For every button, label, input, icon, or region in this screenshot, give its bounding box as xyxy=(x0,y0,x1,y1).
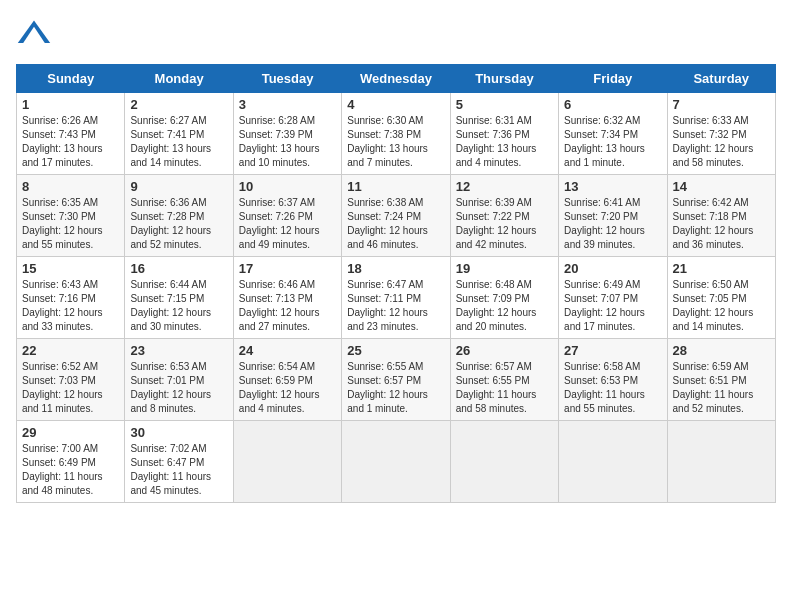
day-number: 14 xyxy=(673,179,770,194)
cell-info: Sunrise: 6:39 AMSunset: 7:22 PMDaylight:… xyxy=(456,197,537,250)
calendar-table: SundayMondayTuesdayWednesdayThursdayFrid… xyxy=(16,64,776,503)
calendar-week-row: 29Sunrise: 7:00 AMSunset: 6:49 PMDayligh… xyxy=(17,421,776,503)
cell-info: Sunrise: 6:55 AMSunset: 6:57 PMDaylight:… xyxy=(347,361,428,414)
calendar-cell xyxy=(233,421,341,503)
cell-info: Sunrise: 6:50 AMSunset: 7:05 PMDaylight:… xyxy=(673,279,754,332)
logo-icon xyxy=(16,16,52,52)
day-number: 17 xyxy=(239,261,336,276)
cell-info: Sunrise: 6:37 AMSunset: 7:26 PMDaylight:… xyxy=(239,197,320,250)
cell-info: Sunrise: 7:00 AMSunset: 6:49 PMDaylight:… xyxy=(22,443,103,496)
calendar-cell: 12Sunrise: 6:39 AMSunset: 7:22 PMDayligh… xyxy=(450,175,558,257)
cell-info: Sunrise: 6:27 AMSunset: 7:41 PMDaylight:… xyxy=(130,115,211,168)
calendar-cell: 1Sunrise: 6:26 AMSunset: 7:43 PMDaylight… xyxy=(17,93,125,175)
calendar-cell: 14Sunrise: 6:42 AMSunset: 7:18 PMDayligh… xyxy=(667,175,775,257)
calendar-cell: 28Sunrise: 6:59 AMSunset: 6:51 PMDayligh… xyxy=(667,339,775,421)
calendar-cell: 23Sunrise: 6:53 AMSunset: 7:01 PMDayligh… xyxy=(125,339,233,421)
day-number: 18 xyxy=(347,261,444,276)
cell-info: Sunrise: 6:58 AMSunset: 6:53 PMDaylight:… xyxy=(564,361,645,414)
day-number: 28 xyxy=(673,343,770,358)
cell-info: Sunrise: 6:42 AMSunset: 7:18 PMDaylight:… xyxy=(673,197,754,250)
day-number: 6 xyxy=(564,97,661,112)
calendar-cell: 16Sunrise: 6:44 AMSunset: 7:15 PMDayligh… xyxy=(125,257,233,339)
day-number: 10 xyxy=(239,179,336,194)
header-row: SundayMondayTuesdayWednesdayThursdayFrid… xyxy=(17,65,776,93)
calendar-cell: 19Sunrise: 6:48 AMSunset: 7:09 PMDayligh… xyxy=(450,257,558,339)
header-day: Monday xyxy=(125,65,233,93)
calendar-cell: 18Sunrise: 6:47 AMSunset: 7:11 PMDayligh… xyxy=(342,257,450,339)
day-number: 13 xyxy=(564,179,661,194)
calendar-week-row: 15Sunrise: 6:43 AMSunset: 7:16 PMDayligh… xyxy=(17,257,776,339)
page-header xyxy=(16,16,776,52)
day-number: 3 xyxy=(239,97,336,112)
calendar-cell: 3Sunrise: 6:28 AMSunset: 7:39 PMDaylight… xyxy=(233,93,341,175)
day-number: 25 xyxy=(347,343,444,358)
day-number: 16 xyxy=(130,261,227,276)
day-number: 15 xyxy=(22,261,119,276)
calendar-cell: 2Sunrise: 6:27 AMSunset: 7:41 PMDaylight… xyxy=(125,93,233,175)
day-number: 12 xyxy=(456,179,553,194)
cell-info: Sunrise: 6:48 AMSunset: 7:09 PMDaylight:… xyxy=(456,279,537,332)
day-number: 24 xyxy=(239,343,336,358)
calendar-cell xyxy=(667,421,775,503)
day-number: 19 xyxy=(456,261,553,276)
cell-info: Sunrise: 6:30 AMSunset: 7:38 PMDaylight:… xyxy=(347,115,428,168)
day-number: 8 xyxy=(22,179,119,194)
calendar-header: SundayMondayTuesdayWednesdayThursdayFrid… xyxy=(17,65,776,93)
logo xyxy=(16,16,58,52)
calendar-cell: 17Sunrise: 6:46 AMSunset: 7:13 PMDayligh… xyxy=(233,257,341,339)
calendar-cell: 29Sunrise: 7:00 AMSunset: 6:49 PMDayligh… xyxy=(17,421,125,503)
day-number: 22 xyxy=(22,343,119,358)
day-number: 30 xyxy=(130,425,227,440)
day-number: 1 xyxy=(22,97,119,112)
calendar-body: 1Sunrise: 6:26 AMSunset: 7:43 PMDaylight… xyxy=(17,93,776,503)
calendar-week-row: 22Sunrise: 6:52 AMSunset: 7:03 PMDayligh… xyxy=(17,339,776,421)
calendar-cell: 4Sunrise: 6:30 AMSunset: 7:38 PMDaylight… xyxy=(342,93,450,175)
calendar-cell: 20Sunrise: 6:49 AMSunset: 7:07 PMDayligh… xyxy=(559,257,667,339)
cell-info: Sunrise: 6:33 AMSunset: 7:32 PMDaylight:… xyxy=(673,115,754,168)
day-number: 21 xyxy=(673,261,770,276)
header-day: Friday xyxy=(559,65,667,93)
calendar-cell: 21Sunrise: 6:50 AMSunset: 7:05 PMDayligh… xyxy=(667,257,775,339)
cell-info: Sunrise: 6:54 AMSunset: 6:59 PMDaylight:… xyxy=(239,361,320,414)
calendar-cell: 9Sunrise: 6:36 AMSunset: 7:28 PMDaylight… xyxy=(125,175,233,257)
header-day: Thursday xyxy=(450,65,558,93)
cell-info: Sunrise: 6:35 AMSunset: 7:30 PMDaylight:… xyxy=(22,197,103,250)
cell-info: Sunrise: 6:47 AMSunset: 7:11 PMDaylight:… xyxy=(347,279,428,332)
day-number: 27 xyxy=(564,343,661,358)
calendar-cell: 22Sunrise: 6:52 AMSunset: 7:03 PMDayligh… xyxy=(17,339,125,421)
calendar-cell: 27Sunrise: 6:58 AMSunset: 6:53 PMDayligh… xyxy=(559,339,667,421)
cell-info: Sunrise: 6:44 AMSunset: 7:15 PMDaylight:… xyxy=(130,279,211,332)
cell-info: Sunrise: 6:26 AMSunset: 7:43 PMDaylight:… xyxy=(22,115,103,168)
cell-info: Sunrise: 6:31 AMSunset: 7:36 PMDaylight:… xyxy=(456,115,537,168)
day-number: 2 xyxy=(130,97,227,112)
header-day: Tuesday xyxy=(233,65,341,93)
calendar-cell: 25Sunrise: 6:55 AMSunset: 6:57 PMDayligh… xyxy=(342,339,450,421)
calendar-cell: 5Sunrise: 6:31 AMSunset: 7:36 PMDaylight… xyxy=(450,93,558,175)
calendar-week-row: 8Sunrise: 6:35 AMSunset: 7:30 PMDaylight… xyxy=(17,175,776,257)
calendar-cell: 6Sunrise: 6:32 AMSunset: 7:34 PMDaylight… xyxy=(559,93,667,175)
calendar-cell: 8Sunrise: 6:35 AMSunset: 7:30 PMDaylight… xyxy=(17,175,125,257)
cell-info: Sunrise: 6:43 AMSunset: 7:16 PMDaylight:… xyxy=(22,279,103,332)
day-number: 26 xyxy=(456,343,553,358)
cell-info: Sunrise: 6:36 AMSunset: 7:28 PMDaylight:… xyxy=(130,197,211,250)
calendar-cell: 10Sunrise: 6:37 AMSunset: 7:26 PMDayligh… xyxy=(233,175,341,257)
cell-info: Sunrise: 6:49 AMSunset: 7:07 PMDaylight:… xyxy=(564,279,645,332)
calendar-week-row: 1Sunrise: 6:26 AMSunset: 7:43 PMDaylight… xyxy=(17,93,776,175)
cell-info: Sunrise: 6:52 AMSunset: 7:03 PMDaylight:… xyxy=(22,361,103,414)
calendar-cell: 24Sunrise: 6:54 AMSunset: 6:59 PMDayligh… xyxy=(233,339,341,421)
day-number: 7 xyxy=(673,97,770,112)
calendar-cell xyxy=(450,421,558,503)
day-number: 5 xyxy=(456,97,553,112)
calendar-cell: 15Sunrise: 6:43 AMSunset: 7:16 PMDayligh… xyxy=(17,257,125,339)
calendar-cell: 30Sunrise: 7:02 AMSunset: 6:47 PMDayligh… xyxy=(125,421,233,503)
header-day: Saturday xyxy=(667,65,775,93)
cell-info: Sunrise: 6:59 AMSunset: 6:51 PMDaylight:… xyxy=(673,361,754,414)
cell-info: Sunrise: 6:38 AMSunset: 7:24 PMDaylight:… xyxy=(347,197,428,250)
day-number: 29 xyxy=(22,425,119,440)
cell-info: Sunrise: 6:57 AMSunset: 6:55 PMDaylight:… xyxy=(456,361,537,414)
day-number: 11 xyxy=(347,179,444,194)
day-number: 20 xyxy=(564,261,661,276)
header-day: Wednesday xyxy=(342,65,450,93)
cell-info: Sunrise: 6:28 AMSunset: 7:39 PMDaylight:… xyxy=(239,115,320,168)
header-day: Sunday xyxy=(17,65,125,93)
